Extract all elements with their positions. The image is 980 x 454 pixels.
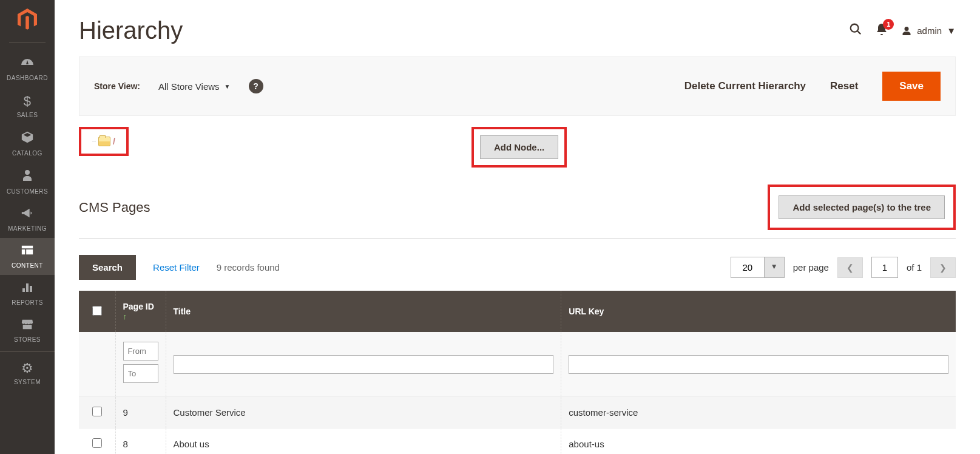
admin-label: admin	[917, 25, 942, 36]
nav-label: STORES	[14, 336, 41, 343]
search-icon[interactable]	[849, 22, 862, 39]
magento-logo[interactable]	[15, 7, 39, 32]
column-page-id[interactable]: Page ID ↑	[115, 291, 166, 332]
cell-url-key: about-us	[561, 429, 956, 455]
nav-content[interactable]: CONTENT	[0, 238, 55, 275]
select-all-checkbox[interactable]	[92, 306, 102, 316]
store-icon	[0, 318, 55, 334]
nav-sales[interactable]: $SALES	[0, 87, 55, 124]
cell-title: About us	[166, 429, 561, 455]
layout-icon	[0, 244, 55, 260]
current-page-input[interactable]	[871, 257, 898, 278]
nav-label: CATALOG	[12, 150, 42, 157]
dollar-icon: $	[0, 93, 55, 109]
add-node-highlight: Add Node...	[471, 127, 567, 168]
nav-reports[interactable]: REPORTS	[0, 275, 55, 312]
reset-filter-link[interactable]: Reset Filter	[153, 262, 200, 273]
admin-account-menu[interactable]: admin ▼	[901, 25, 956, 36]
nav-marketing[interactable]: MARKETING	[0, 201, 55, 238]
admin-sidebar: DASHBOARD $SALES CATALOG CUSTOMERS MARKE…	[0, 0, 55, 454]
add-selected-highlight: Add selected page(s) to the tree	[768, 185, 956, 230]
column-title[interactable]: Title	[166, 291, 561, 332]
box-icon	[0, 130, 55, 147]
search-button[interactable]: Search	[79, 255, 136, 280]
next-page-button[interactable]: ❯	[930, 257, 956, 278]
records-found: 9 records found	[217, 262, 280, 273]
hierarchy-tree-root[interactable]: ┈ /	[79, 127, 129, 156]
notification-icon[interactable]: 1	[876, 22, 888, 39]
sidebar-divider	[9, 42, 46, 43]
nav-label: SALES	[17, 112, 38, 118]
store-view-select[interactable]: All Store Views ▼	[158, 81, 231, 92]
store-view-label: Store View:	[94, 81, 140, 91]
add-selected-pages-button[interactable]: Add selected page(s) to the tree	[779, 195, 945, 219]
column-url-key[interactable]: URL Key	[561, 291, 956, 332]
notification-badge: 1	[883, 19, 894, 30]
cms-pages-grid: Page ID ↑ Title URL Key 9 Customer Servi…	[79, 291, 956, 454]
gear-icon: ⚙	[0, 361, 55, 376]
reset-button[interactable]: Reset	[830, 80, 858, 92]
page-toolbar: Store View: All Store Views ▼ ? Delete C…	[79, 56, 956, 116]
filter-page-id-from[interactable]	[123, 342, 158, 361]
nav-label: DASHBOARD	[7, 75, 48, 81]
table-row[interactable]: 9 Customer Service customer-service	[79, 397, 956, 429]
chevron-down-icon: ▼	[947, 25, 956, 36]
tree-connector-icon: ┈	[92, 138, 96, 145]
page-of-label: of 1	[907, 262, 922, 273]
nav-label: REPORTS	[12, 299, 43, 306]
cell-title: Customer Service	[166, 397, 561, 429]
cms-pages-title: CMS Pages	[79, 200, 150, 215]
nav-stores[interactable]: STORES	[0, 312, 55, 349]
nav-label: MARKETING	[8, 225, 47, 232]
dashboard-icon	[0, 56, 55, 72]
bars-icon	[0, 281, 55, 297]
table-row[interactable]: 8 About us about-us	[79, 429, 956, 455]
nav-catalog[interactable]: CATALOG	[0, 124, 55, 163]
person-icon	[0, 169, 55, 186]
save-button[interactable]: Save	[882, 72, 941, 101]
sort-asc-icon: ↑	[123, 312, 127, 321]
user-icon	[901, 25, 912, 36]
chevron-down-icon: ▼	[225, 83, 231, 90]
delete-hierarchy-button[interactable]: Delete Current Hierarchy	[684, 80, 806, 92]
per-page-label: per page	[793, 262, 829, 273]
row-checkbox[interactable]	[92, 407, 102, 416]
nav-dashboard[interactable]: DASHBOARD	[0, 50, 55, 87]
nav-label: CUSTOMERS	[7, 188, 48, 195]
tree-root-label: /	[113, 137, 115, 146]
prev-page-button[interactable]: ❮	[837, 257, 863, 278]
row-checkbox[interactable]	[92, 438, 102, 448]
folder-icon	[98, 137, 110, 146]
help-icon[interactable]: ?	[249, 79, 263, 93]
cell-page-id: 9	[115, 397, 166, 429]
per-page-dropdown[interactable]: ▼	[765, 257, 785, 278]
filter-page-id-to[interactable]	[123, 364, 158, 383]
per-page-input[interactable]	[731, 257, 765, 278]
megaphone-icon	[0, 207, 55, 223]
filter-title-input[interactable]	[174, 355, 554, 374]
cell-url-key: customer-service	[561, 397, 956, 429]
filter-url-key-input[interactable]	[569, 355, 948, 374]
nav-label: CONTENT	[12, 262, 43, 269]
add-node-button[interactable]: Add Node...	[480, 135, 558, 159]
nav-label: SYSTEM	[14, 379, 41, 385]
cell-page-id: 8	[115, 429, 166, 455]
store-view-value: All Store Views	[158, 81, 220, 92]
nav-customers[interactable]: CUSTOMERS	[0, 163, 55, 201]
nav-system[interactable]: ⚙SYSTEM	[0, 351, 55, 391]
page-title: Hierarchy	[79, 17, 183, 44]
